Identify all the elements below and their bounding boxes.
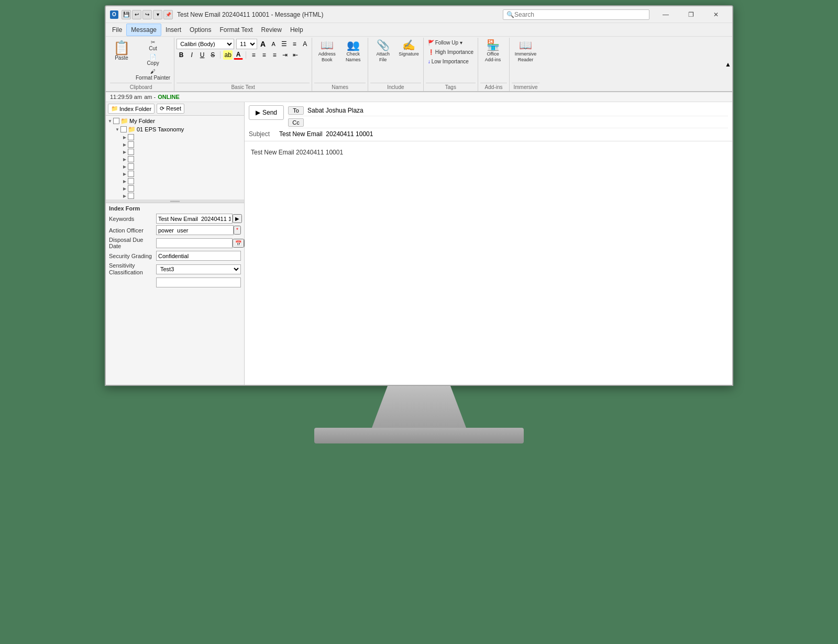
index-folder-btn[interactable]: 📁 Index Folder (108, 104, 155, 114)
compose-body[interactable]: Test New Email 20240411 10001 (245, 141, 732, 385)
font-row: Calibri (Body) 11 A A ☰ ≡ A (177, 39, 310, 49)
tree-checkbox[interactable] (128, 141, 134, 148)
action-officer-input[interactable] (156, 225, 234, 235)
cc-btn[interactable]: Cc (288, 118, 304, 127)
list-item[interactable]: ▶ (106, 177, 244, 185)
tree-checkbox[interactable] (113, 118, 119, 124)
action-officer-label: Action Officer (109, 227, 156, 234)
copy-button[interactable]: 📄 Copy (134, 53, 172, 67)
action-officer-required-btn[interactable]: * (234, 226, 241, 235)
pin-btn[interactable]: 📌 (163, 10, 173, 19)
bold-btn[interactable]: B (177, 50, 186, 60)
menu-review[interactable]: Review (257, 24, 286, 36)
menu-insert[interactable]: Insert (161, 24, 185, 36)
immersive-reader-button[interactable]: 📖 Immersive Reader (512, 39, 539, 64)
minimize-btn[interactable]: — (654, 6, 678, 23)
list-item[interactable]: ▶ (106, 170, 244, 177)
disposal-date-input[interactable] (156, 238, 233, 248)
font-grow-btn[interactable]: A (258, 39, 268, 49)
ribbon-collapse-btn[interactable]: ▲ (726, 38, 730, 91)
tree-checkbox[interactable] (128, 149, 134, 155)
paste-label: Paste (115, 55, 128, 61)
disposal-date-calendar-btn[interactable]: 📅 (233, 239, 244, 248)
include-group: 📎 Attach File ✍ Signature Include (368, 38, 424, 91)
high-importance-button[interactable]: ❗ High Importance (426, 48, 476, 57)
save-quick-btn[interactable]: 💾 (122, 10, 131, 19)
menu-help[interactable]: Help (286, 24, 307, 36)
cc-input[interactable] (307, 118, 728, 127)
tree-checkbox[interactable] (128, 171, 134, 177)
clear-formatting-btn[interactable]: A (300, 39, 310, 49)
expander-icon: ▶ (122, 134, 128, 140)
signature-button[interactable]: ✍ Signature (396, 39, 421, 58)
strikethrough-btn[interactable]: S (208, 50, 217, 60)
list-item[interactable]: ▶ (106, 141, 244, 148)
addins-group: 🏪 Office Add-ins Add-ins (478, 38, 510, 91)
tree-checkbox[interactable] (128, 163, 134, 170)
search-box[interactable]: 🔍 (503, 9, 649, 20)
close-btn[interactable]: ✕ (704, 6, 728, 23)
extra-input[interactable] (156, 277, 241, 287)
align-right-btn[interactable]: ≡ (270, 50, 279, 60)
search-input[interactable] (514, 11, 646, 18)
paste-button[interactable]: 📋 Paste (110, 39, 133, 63)
basic-text-group: Calibri (Body) 11 A A ☰ ≡ A B (174, 38, 312, 91)
sensitivity-select[interactable]: Test3 Test1 Test2 Test4 (156, 264, 241, 274)
tree-checkbox[interactable] (128, 134, 134, 140)
redo-btn[interactable]: ↪ (142, 10, 152, 19)
tree-checkbox[interactable] (128, 178, 134, 184)
address-book-button[interactable]: 📖 Address Book (314, 39, 339, 64)
index-folder-icon: 📁 (111, 105, 118, 112)
dropdown-arrow[interactable]: ▾ (153, 10, 162, 19)
indent-btn[interactable]: ⇥ (280, 50, 290, 60)
menu-message[interactable]: Message (126, 24, 161, 36)
follow-up-button[interactable]: 🚩 Follow Up ▾ (426, 39, 465, 47)
font-shrink-btn[interactable]: A (269, 39, 278, 49)
font-name-select[interactable]: Calibri (Body) (177, 39, 234, 49)
send-button[interactable]: ▶ Send (249, 105, 284, 120)
bullets-btn[interactable]: ☰ (279, 39, 289, 49)
numbering-btn[interactable]: ≡ (290, 39, 299, 49)
security-grading-input[interactable] (156, 251, 241, 261)
keywords-expand-btn[interactable]: ▶ (233, 214, 242, 223)
tree-checkbox[interactable] (128, 185, 134, 192)
outdent-btn[interactable]: ⇤ (291, 50, 300, 60)
reset-btn[interactable]: ⟳ Reset (157, 104, 184, 114)
format-painter-button[interactable]: 🖌 Format Painter (134, 68, 172, 82)
check-names-button[interactable]: 👥 Check Names (340, 39, 366, 64)
list-item[interactable]: ▶ (106, 163, 244, 170)
undo-btn[interactable]: ↩ (132, 10, 141, 19)
list-item[interactable]: ▶ (106, 156, 244, 163)
to-btn[interactable]: To (288, 106, 304, 115)
status-time: 11:29:59 am (110, 94, 142, 100)
italic-btn[interactable]: I (187, 50, 196, 60)
tree-item-eps[interactable]: ▼ 📁 01 EPS Taxonomy (106, 125, 244, 134)
align-left-btn[interactable]: ≡ (249, 50, 258, 60)
tree-checkbox[interactable] (128, 193, 134, 199)
restore-btn[interactable]: ❐ (679, 6, 703, 23)
menu-file[interactable]: File (108, 24, 126, 36)
folder-tree[interactable]: ▼ 📁 My Folder ▼ 📁 01 EPS Taxonomy (106, 116, 244, 199)
low-importance-button[interactable]: ↓ Low Importance (426, 58, 471, 66)
security-grading-label: Security Grading (109, 253, 156, 259)
to-input[interactable] (307, 106, 728, 115)
subject-input[interactable] (279, 130, 728, 138)
office-addins-button[interactable]: 🏪 Office Add-ins (480, 39, 505, 64)
send-row: ▶ Send To Cc (249, 104, 728, 129)
list-item[interactable]: ▶ (106, 134, 244, 141)
tree-checkbox[interactable] (120, 126, 127, 132)
keywords-input[interactable] (156, 214, 233, 224)
tree-item-my-folder[interactable]: ▼ 📁 My Folder (106, 117, 244, 125)
cut-button[interactable]: ✂ Cut (134, 39, 172, 52)
list-item[interactable]: ▶ (106, 148, 244, 156)
menu-format-text[interactable]: Format Text (215, 24, 257, 36)
list-item[interactable]: ▶ (106, 185, 244, 192)
menu-options[interactable]: Options (185, 24, 215, 36)
align-center-btn[interactable]: ≡ (259, 50, 269, 60)
font-size-select[interactable]: 11 (236, 39, 257, 49)
tree-checkbox[interactable] (128, 156, 134, 162)
underline-btn[interactable]: U (197, 50, 207, 60)
font-color-btn[interactable]: A (234, 50, 243, 60)
highlight-btn[interactable]: ab (223, 50, 233, 60)
attach-file-button[interactable]: 📎 Attach File (370, 39, 395, 64)
